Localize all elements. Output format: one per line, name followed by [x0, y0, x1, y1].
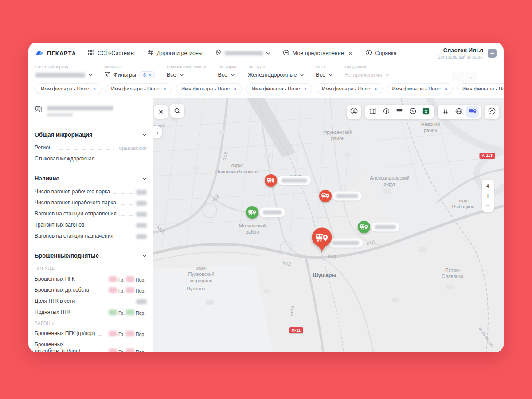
collapse-toolbar-button[interactable]	[485, 105, 499, 119]
row-label: Регион	[35, 145, 52, 151]
nav-item-ssp[interactable]: ССП-Системы	[88, 49, 135, 57]
filter-chip[interactable]: Имя фильтра - Поле×	[35, 83, 102, 94]
pager-next-button[interactable]: ›	[465, 72, 477, 82]
stations-layer-button[interactable]	[466, 106, 479, 118]
filter-value[interactable]: Фильтры6×	[104, 71, 155, 79]
row-label: Брошенных др.собств. (гр/пор)	[35, 341, 87, 352]
section-header[interactable]: Общая информация	[35, 126, 147, 140]
marker-label-chip[interactable]	[332, 192, 362, 201]
station-icon	[469, 108, 477, 117]
section-title: Общая информация	[35, 131, 93, 138]
map-search-button[interactable]	[170, 104, 184, 118]
map-close-button[interactable]: ✕	[154, 105, 168, 119]
roads-layer-button[interactable]	[439, 105, 452, 119]
marker-label-chip[interactable]	[278, 176, 311, 185]
filter-value[interactable]: Не применимо	[344, 71, 390, 79]
remove-chip-icon[interactable]: ×	[374, 86, 377, 91]
summary-button[interactable]	[347, 105, 361, 119]
logo-icon	[35, 49, 44, 58]
clear-filters-icon[interactable]: ×	[149, 73, 151, 78]
history-button[interactable]	[406, 105, 419, 119]
filter-count-badge[interactable]: 6×	[139, 71, 155, 78]
export-excel-button[interactable]: X	[419, 105, 433, 119]
unit-label: Пор.	[136, 332, 145, 337]
selected-station-pin[interactable]	[311, 227, 332, 255]
filter-field-yapo[interactable]: ЯПОВсе	[316, 65, 333, 79]
nav-item-view[interactable]: Мое представление✕	[283, 49, 353, 57]
remove-chip-icon[interactable]: ×	[93, 86, 96, 91]
info-icon	[365, 49, 372, 57]
filter-chip[interactable]: Имя фильтра - Поле×	[457, 83, 504, 94]
filter-field-datatype[interactable]: Тип данныхНе применимо	[344, 65, 390, 79]
remove-chip-icon[interactable]: ×	[304, 86, 307, 91]
filter-chip-label: Имя фильтра - Поле	[462, 86, 504, 91]
table-view-button[interactable]	[393, 105, 406, 119]
sidebar-section: Брошенные/поднятые ПОЕЗДАБрошенных ПГКГр…	[35, 244, 147, 352]
row-value-blurred	[109, 287, 117, 293]
marker-label-blurred	[263, 211, 282, 215]
filter-field-filters[interactable]: Фильтры:Фильтры6×	[104, 65, 155, 79]
filter-value[interactable]: Все	[316, 71, 333, 79]
nav-item-label: ССП-Системы	[98, 50, 135, 56]
filter-field-daytype[interactable]: Тип сутокЖелезнодорожные	[248, 65, 304, 79]
detail-row: Поднятых ПГКГр.Пор.	[35, 309, 147, 316]
filter-field-loaded[interactable]: Признак груженностиВсе	[167, 65, 206, 79]
section-header[interactable]: Брошенные/поднятые	[35, 247, 147, 261]
section-header[interactable]: Наличие	[35, 170, 147, 184]
section-title: Наличие	[35, 175, 59, 182]
zoom-in-button[interactable]: +	[486, 193, 490, 199]
app-logo[interactable]: ПГКАРТА	[35, 49, 76, 58]
nav-item-location[interactable]	[215, 49, 270, 57]
filter-label: ЯПО	[316, 65, 333, 69]
history-icon	[409, 107, 417, 117]
remove-chip-icon[interactable]: ×	[234, 86, 236, 91]
add-layer-button[interactable]	[379, 105, 393, 119]
station-title-blurred	[47, 106, 113, 110]
plus-circle-icon	[383, 108, 390, 116]
network-layer-button[interactable]	[452, 105, 466, 119]
filter-label: Тип парка	[218, 65, 236, 69]
sidebar-collapse-button[interactable]: ‹	[153, 126, 162, 138]
filter-field-period[interactable]: Отчетный период	[35, 65, 93, 79]
row-value-blurred	[136, 190, 147, 195]
unit-label: Гр.	[118, 277, 125, 282]
filter-bar: Отчетный периодФильтры:Фильтры6×Признак …	[28, 64, 504, 82]
detail-row: Вагонов на станции назначения	[35, 233, 147, 239]
excel-icon: X	[422, 107, 430, 117]
filter-chip[interactable]: Имя фильтра - Поле×	[317, 83, 383, 94]
filter-chip[interactable]: Имя фильтра - Поле×	[387, 83, 453, 94]
marker-label-chip[interactable]	[329, 239, 363, 248]
station-marker-red[interactable]	[265, 174, 277, 187]
filter-chip[interactable]: Имя фильтра - Поле×	[246, 83, 313, 94]
row-value-blurred	[126, 348, 134, 352]
remove-chip-icon[interactable]: ×	[445, 86, 447, 91]
filter-chip[interactable]: Имя фильтра - Поле×	[106, 83, 172, 94]
nav-item-roads[interactable]: Дороги и регионы	[147, 49, 203, 57]
zoom-out-button[interactable]: −	[486, 203, 490, 209]
station-marker-green[interactable]	[246, 206, 258, 219]
filter-value[interactable]: Железнодорожные	[248, 71, 304, 79]
filter-field-park[interactable]: Тип паркаВсе	[218, 65, 236, 79]
remove-chip-icon[interactable]: ×	[164, 86, 166, 91]
marker-label-chip[interactable]	[259, 208, 285, 217]
chevron-down-icon[interactable]	[142, 251, 147, 259]
grid-icon	[88, 49, 94, 57]
station-marker-green[interactable]	[358, 221, 370, 233]
chevron-down-icon[interactable]	[142, 130, 147, 138]
filter-label: Признак груженности	[167, 65, 206, 69]
logout-icon[interactable]	[488, 49, 497, 58]
map-canvas[interactable]: вскийокруг НовоизмайловскоеокругкоеФрунз…	[153, 98, 504, 352]
marker-label-chip[interactable]	[371, 223, 399, 232]
nav-item-label: Справка	[375, 50, 397, 56]
station-marker-red[interactable]	[319, 190, 332, 202]
map-view-button[interactable]	[366, 105, 379, 119]
filter-chip[interactable]: Имя фильтра - Поле×	[176, 83, 242, 94]
user-menu[interactable]: Сластен Илья Центральный аппарат	[437, 47, 497, 59]
chevron-down-icon[interactable]	[142, 174, 147, 182]
filter-value[interactable]: Все	[218, 71, 236, 79]
filter-value[interactable]	[35, 71, 93, 79]
pager-prev-button[interactable]: ‹	[452, 72, 464, 82]
nav-item-help[interactable]: Справка	[365, 49, 397, 57]
filter-value[interactable]: Все	[167, 71, 206, 79]
close-view-icon[interactable]: ✕	[348, 50, 353, 57]
